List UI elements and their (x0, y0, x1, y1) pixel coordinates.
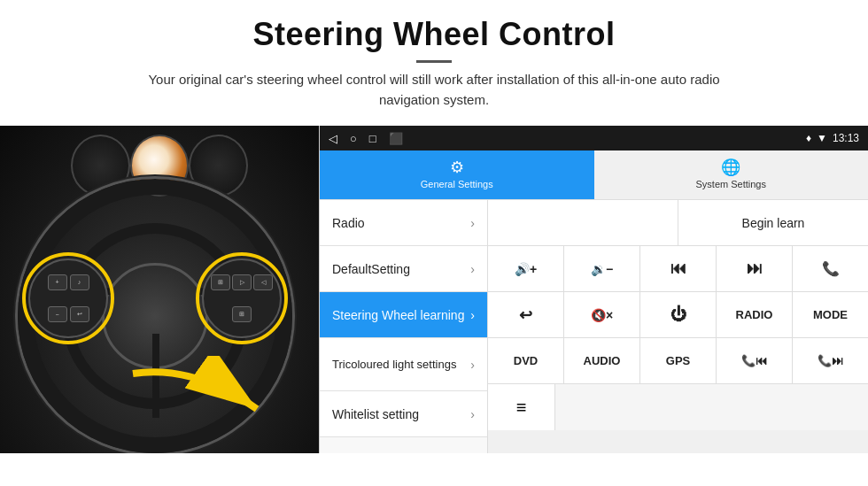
recents-nav-icon[interactable]: □ (369, 132, 376, 145)
car-image-panel: + ♪ − ↩ ⊞ ▷ ◁ ⊞ (0, 126, 319, 453)
status-bar-left: ◁ ○ □ ⬛ (329, 132, 403, 145)
power-button[interactable]: ⏻ (640, 292, 717, 337)
power-icon: ⏻ (670, 305, 686, 324)
status-bar-right: ♦ ▼ 13:13 (806, 132, 859, 144)
yellow-arrow (124, 356, 266, 427)
mute-button[interactable]: 🔇× (564, 292, 640, 337)
signal-icon: ♦ (806, 132, 811, 144)
page-header: Steering Wheel Control Your original car… (0, 0, 868, 119)
control-row-3: ↩ 🔇× ⏻ RADIO MODE (488, 292, 868, 338)
mute-icon: 🔇× (591, 308, 613, 322)
sw-btn-2: ♪ (70, 274, 89, 290)
title-divider (416, 60, 452, 63)
tel-next-icon: 📞⏭ (818, 354, 843, 367)
chevron-radio-icon: › (470, 216, 475, 230)
begin-learn-button[interactable]: Begin learn (678, 200, 868, 245)
menu-icon-btn[interactable]: ≡ (488, 384, 555, 430)
tel-next-btn[interactable]: 📞⏭ (793, 338, 868, 383)
tab-system-settings[interactable]: 🌐 System Settings (594, 150, 869, 199)
tab-system-label: System Settings (696, 179, 766, 189)
page-subtitle: Your original car's steering wheel contr… (124, 70, 744, 110)
empty-box (488, 200, 678, 245)
menu-control-area: Radio › DefaultSetting › Steering Wheel … (320, 200, 868, 453)
phone-icon: 📞 (822, 260, 840, 277)
left-menu: Radio › DefaultSetting › Steering Wheel … (320, 200, 488, 453)
right-control: Begin learn 🔊+ 🔉− ⏮ ⏭ (488, 200, 868, 453)
next-track-icon: ⏭ (747, 259, 763, 278)
chevron-default-icon: › (470, 262, 475, 276)
tel-prev-btn[interactable]: 📞⏮ (717, 338, 793, 383)
back-button[interactable]: ↩ (488, 292, 564, 337)
system-settings-icon: 🌐 (721, 158, 740, 177)
sw-btn-1: + (48, 274, 67, 290)
mode-btn[interactable]: MODE (793, 292, 868, 337)
general-settings-icon: ⚙ (450, 158, 464, 177)
button-cluster-left: + ♪ − ↩ (28, 258, 108, 338)
status-bar: ◁ ○ □ ⬛ ♦ ▼ 13:13 (320, 126, 868, 150)
sw-btn-3: − (48, 306, 67, 322)
android-panel: ◁ ○ □ ⬛ ♦ ▼ 13:13 ⚙ General Settings 🌐 S… (319, 126, 868, 453)
back-nav-icon[interactable]: ◁ (329, 132, 337, 145)
tab-general-settings[interactable]: ⚙ General Settings (320, 150, 594, 199)
sw-btn-8: ⊞ (232, 306, 252, 322)
radio-btn[interactable]: RADIO (717, 292, 793, 337)
vol-down-button[interactable]: 🔉− (564, 246, 640, 291)
tab-bar: ⚙ General Settings 🌐 System Settings (320, 150, 868, 200)
control-row-4: DVD AUDIO GPS 📞⏮ 📞⏭ (488, 338, 868, 384)
menu-item-whitelist[interactable]: Whitelist setting › (320, 391, 487, 437)
phone-button[interactable]: 📞 (793, 246, 868, 291)
tab-general-label: General Settings (421, 179, 493, 189)
sw-btn-4: ↩ (70, 306, 89, 322)
dvd-btn[interactable]: DVD (488, 338, 564, 383)
menu-item-tricoloured[interactable]: Tricoloured light settings › (320, 338, 487, 391)
chevron-whitelist-icon: › (470, 407, 475, 421)
menu-item-steering[interactable]: Steering Wheel learning › (320, 292, 487, 338)
next-track-button[interactable]: ⏭ (717, 246, 793, 291)
home-nav-icon[interactable]: ○ (350, 132, 357, 145)
audio-btn[interactable]: AUDIO (564, 338, 640, 383)
sw-btn-6: ▷ (232, 274, 252, 290)
vol-down-icon: 🔉− (591, 262, 613, 276)
back-icon: ↩ (519, 305, 532, 325)
menu-item-radio[interactable]: Radio › (320, 200, 487, 246)
wifi-icon: ▼ (817, 132, 827, 144)
tel-prev-icon: 📞⏮ (741, 354, 767, 367)
steering-wheel-bg: + ♪ − ↩ ⊞ ▷ ◁ ⊞ (0, 126, 319, 453)
screenshot-nav-icon[interactable]: ⬛ (389, 132, 403, 145)
vol-up-icon: 🔊+ (515, 262, 537, 276)
chevron-steering-icon: › (470, 308, 475, 322)
menu-item-default[interactable]: DefaultSetting › (320, 246, 487, 292)
control-row-1: Begin learn (488, 200, 868, 246)
page-title: Steering Wheel Control (35, 16, 833, 53)
vol-up-button[interactable]: 🔊+ (488, 246, 564, 291)
prev-track-button[interactable]: ⏮ (640, 246, 717, 291)
sw-btn-5: ⊞ (211, 274, 230, 290)
sw-btn-7: ◁ (253, 274, 273, 290)
prev-track-icon: ⏮ (670, 259, 686, 278)
main-content: + ♪ − ↩ ⊞ ▷ ◁ ⊞ (0, 126, 868, 453)
clock: 13:13 (833, 132, 859, 144)
chevron-tricoloured-icon: › (470, 358, 475, 372)
control-row-5: ≡ (488, 384, 868, 430)
control-row-2: 🔊+ 🔉− ⏮ ⏭ 📞 (488, 246, 868, 292)
button-cluster-right: ⊞ ▷ ◁ ⊞ (202, 258, 282, 338)
gps-btn[interactable]: GPS (640, 338, 717, 383)
hamburger-icon: ≡ (516, 397, 527, 418)
